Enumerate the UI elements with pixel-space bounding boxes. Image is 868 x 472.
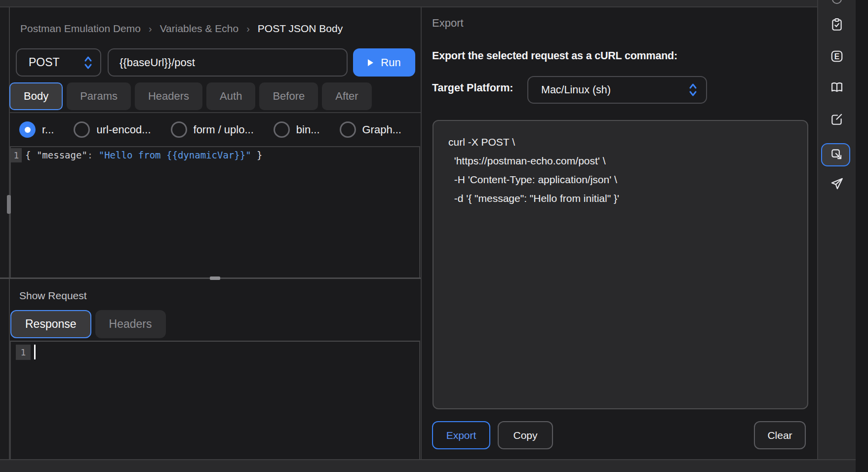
- splitter-drag-handle[interactable]: [210, 276, 220, 280]
- text-cursor: [34, 345, 36, 359]
- compose-icon[interactable]: [830, 112, 844, 126]
- curl-line: -d '{ "message": "Hello from initial" }': [448, 189, 792, 208]
- curl-line: 'https://postman-echo.com/post' \: [448, 152, 792, 170]
- body-mode-graphql[interactable]: Graph...: [340, 121, 401, 138]
- tab-params[interactable]: Params: [67, 82, 131, 110]
- tab-auth[interactable]: Auth: [206, 82, 255, 110]
- curl-line: -H 'Content-Type: application/json' \: [448, 170, 792, 189]
- run-button-label: Run: [381, 56, 400, 69]
- breadcrumb-separator: ›: [246, 23, 250, 35]
- radio-selected-icon[interactable]: [19, 121, 36, 138]
- e-badge-icon[interactable]: E: [830, 49, 844, 63]
- run-button[interactable]: Run: [353, 48, 415, 77]
- tab-response[interactable]: Response: [10, 310, 91, 338]
- right-icon-sidebar: [817, 0, 856, 472]
- url-input[interactable]: {{baseUrl}}/post: [108, 48, 348, 77]
- bottom-window-strip: [0, 459, 856, 472]
- method-select[interactable]: POST: [16, 48, 101, 77]
- send-icon[interactable]: [830, 177, 844, 191]
- code-content: { "message": "Hello from {{dynamicVar}}"…: [25, 150, 262, 160]
- left-resize-handle[interactable]: [7, 195, 11, 214]
- chevron-up-down-icon: [689, 82, 697, 98]
- tab-before[interactable]: Before: [259, 82, 318, 110]
- chevron-up-down-icon: [84, 55, 92, 71]
- partial-top-icon[interactable]: [830, 0, 844, 6]
- tab-headers[interactable]: Headers: [135, 82, 202, 110]
- response-editor[interactable]: 1: [10, 341, 420, 459]
- export-share-icon[interactable]: [830, 148, 844, 161]
- export-button[interactable]: Export: [432, 421, 490, 449]
- svg-text:E: E: [834, 52, 839, 61]
- breadcrumb-separator: ›: [149, 23, 152, 35]
- body-mode-form[interactable]: form / uplo...: [171, 121, 254, 138]
- request-body-editor[interactable]: 1 { "message": "Hello from {{dynamicVar}…: [10, 146, 420, 278]
- app-window: Postman Emulation Demo › Variables & Ech…: [0, 0, 868, 472]
- body-mode-binary[interactable]: bin...: [274, 121, 320, 138]
- tab-bar-underline: [10, 112, 421, 113]
- body-mode-raw[interactable]: r...: [19, 121, 54, 138]
- response-tab-bar: Response Headers: [10, 310, 166, 338]
- panel-divider: [421, 6, 422, 459]
- target-platform-select[interactable]: Mac/Linux (sh): [527, 76, 707, 104]
- tab-body[interactable]: Body: [9, 82, 63, 110]
- radio-icon[interactable]: [340, 121, 356, 138]
- tab-after[interactable]: After: [322, 82, 371, 110]
- line-number: 1: [11, 148, 22, 162]
- breadcrumb-item-collection[interactable]: Postman Emulation Demo: [20, 23, 141, 35]
- radio-icon[interactable]: [171, 121, 187, 138]
- clear-button[interactable]: Clear: [754, 421, 806, 449]
- right-edge-strip: [856, 0, 868, 472]
- curl-line: curl -X POST \: [448, 133, 792, 152]
- export-panel-title: Export: [432, 17, 464, 30]
- breadcrumb: Postman Emulation Demo › Variables & Ech…: [20, 23, 343, 35]
- breadcrumb-item-request[interactable]: POST JSON Body: [258, 23, 343, 35]
- play-icon: [367, 59, 374, 67]
- code-line: 1 { "message": "Hello from {{dynamicVar}…: [11, 148, 419, 162]
- book-icon[interactable]: [830, 80, 844, 94]
- radio-icon[interactable]: [74, 121, 90, 138]
- method-value: POST: [29, 56, 60, 69]
- breadcrumb-item-folder[interactable]: Variables & Echo: [160, 23, 239, 35]
- target-platform-value: Mac/Linux (sh): [541, 84, 611, 96]
- line-number: 1: [16, 345, 31, 360]
- radio-icon[interactable]: [274, 121, 290, 138]
- request-tab-bar: Body Params Headers Auth Before After: [9, 82, 372, 110]
- left-rail-column: [0, 6, 9, 459]
- show-request-label[interactable]: Show Request: [19, 290, 87, 302]
- code-line: 1: [11, 344, 419, 360]
- export-description: Export the selected request as a cURL co…: [432, 50, 677, 62]
- top-window-strip: [0, 0, 868, 7]
- tab-response-headers[interactable]: Headers: [95, 310, 166, 338]
- url-value: {{baseUrl}}/post: [119, 56, 195, 69]
- copy-button[interactable]: Copy: [498, 421, 553, 449]
- body-mode-row: r... url-encod... form / uplo... bin... …: [19, 121, 401, 138]
- target-platform-label: Target Platform:: [432, 82, 513, 94]
- body-mode-urlencoded[interactable]: url-encod...: [74, 121, 151, 138]
- curl-output-box[interactable]: curl -X POST \ 'https://postman-echo.com…: [433, 120, 808, 409]
- clipboard-check-icon[interactable]: [830, 18, 844, 32]
